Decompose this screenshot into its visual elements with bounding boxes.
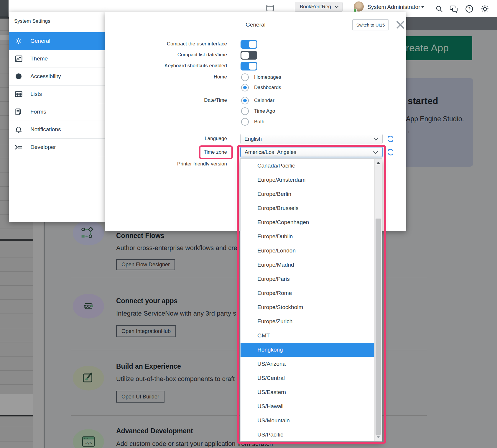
user-caret-icon[interactable] <box>421 6 424 8</box>
radio-time-ago[interactable] <box>241 107 249 115</box>
card-description: Utilize out-of-the-box components to cra… <box>116 375 235 383</box>
radio-dot <box>243 86 247 89</box>
field-label: Keyboard shortcuts enabled <box>133 63 227 69</box>
svg-text:?: ? <box>468 6 471 11</box>
sidebar-item-theme[interactable]: Theme <box>9 50 105 68</box>
radio-label: Calendar <box>254 98 274 104</box>
toggle-knob <box>249 41 256 48</box>
code-icon-glyph: </> <box>82 436 95 447</box>
flow-icon <box>73 221 104 245</box>
timezone-option[interactable]: US/Eastern <box>241 385 382 399</box>
timezone-option[interactable]: Europe/Copenhagen <box>241 215 382 229</box>
card-title: Advanced Development <box>116 427 193 435</box>
brush-icon <box>73 366 104 390</box>
gear-icon[interactable] <box>481 5 489 13</box>
toggle-knob <box>241 52 249 59</box>
system-settings-sidebar: System Settings General Theme A <box>9 12 105 222</box>
background-decor <box>0 415 33 416</box>
timezone-option[interactable]: Europe/Madrid <box>241 258 382 272</box>
radio-label: Dashboards <box>254 85 281 91</box>
timezone-option[interactable]: US/Arizona <box>241 357 382 371</box>
timezone-option[interactable]: Europe/Dublin <box>241 229 382 244</box>
timezone-option[interactable]: US/Pacific <box>241 428 382 442</box>
scroll-down-arrow-icon[interactable] <box>376 436 380 438</box>
help-icon[interactable]: ? <box>465 5 473 13</box>
timezone-option-highlighted[interactable]: Hongkong <box>241 343 382 357</box>
scroll-up-arrow-icon[interactable] <box>376 162 380 164</box>
timezone-option[interactable]: Europe/Berlin <box>241 187 382 201</box>
open-flow-designer-button[interactable]: Open Flow Designer <box>116 259 175 270</box>
radio-homepages[interactable] <box>241 73 249 81</box>
compact-list-datetime-toggle[interactable] <box>241 51 257 60</box>
card-title: Build an Experience <box>116 362 181 370</box>
timezone-option[interactable]: US/Hawaii <box>241 399 382 413</box>
circle-icon <box>15 73 22 80</box>
chat-icon[interactable] <box>450 5 458 13</box>
timezone-option[interactable]: US/Mountain <box>241 413 382 428</box>
sync-icon-glyph <box>82 300 95 312</box>
timezone-option[interactable]: Europe/Rome <box>241 286 382 300</box>
timezone-option[interactable]: Europe/Paris <box>241 272 382 286</box>
indent-icon <box>15 143 22 151</box>
app-picker-button[interactable]: BookRentReg <box>295 2 343 12</box>
open-integrationhub-button[interactable]: Open IntegrationHub <box>116 325 176 337</box>
timezone-option[interactable]: Europe/Zurich <box>241 314 382 329</box>
user-menu[interactable]: System Administrator <box>367 4 420 10</box>
sidebar-item-label: Accessibility <box>30 73 61 80</box>
card-description: Integrate ServiceNow with any 3rd party … <box>116 310 236 317</box>
background-decor <box>0 394 33 415</box>
timezone-option[interactable]: GMT <box>241 329 382 343</box>
getting-started-text: App Engine Studio. <box>406 115 464 123</box>
getting-started-text: . <box>408 126 409 134</box>
chevron-down-icon <box>335 6 339 8</box>
sidebar-item-notifications[interactable]: Notifications <box>9 121 105 139</box>
close-icon[interactable] <box>396 20 405 29</box>
svg-text:</>: </> <box>85 441 92 445</box>
table-icon <box>15 90 22 98</box>
app-picker-label: BookRentReg <box>300 4 331 10</box>
timezone-option[interactable]: Europe/Stockholm <box>241 300 382 314</box>
field-label: Time zone <box>133 149 227 155</box>
radio-calendar[interactable] <box>241 97 249 104</box>
sidebar-item-forms[interactable]: Forms <box>9 103 105 121</box>
field-label: Compact the user interface <box>133 41 227 47</box>
sidebar-item-label: Developer <box>30 144 56 150</box>
field-label: Home <box>133 74 227 80</box>
refresh-icon[interactable] <box>386 148 395 156</box>
toggle-knob <box>249 63 256 70</box>
chevron-down-icon <box>373 151 378 154</box>
timezone-option[interactable]: Europe/London <box>241 244 382 258</box>
radio-dashboards[interactable] <box>241 84 249 91</box>
timezone-option[interactable]: Canada/Pacific <box>241 159 382 173</box>
timezone-option[interactable]: Europe/Brussels <box>241 201 382 215</box>
radio-both[interactable] <box>241 118 249 126</box>
calendar-icon[interactable] <box>266 4 274 12</box>
brush-icon-glyph <box>82 372 95 384</box>
language-select[interactable]: English <box>240 134 383 144</box>
keyboard-shortcuts-toggle[interactable] <box>241 62 257 70</box>
chevron-down-icon <box>373 138 378 141</box>
timezone-option[interactable]: US/Central <box>241 371 382 385</box>
field-label: Language <box>133 136 227 142</box>
scrollbar-thumb[interactable] <box>376 219 381 435</box>
card-description: Author cross-enterprise workflows and cr… <box>116 244 237 252</box>
sidebar-item-accessibility[interactable]: Accessibility <box>9 68 105 86</box>
switch-to-ui15-button[interactable]: Switch to UI15 <box>352 19 389 30</box>
timezone-listbox: Canada/Pacific Europe/Amsterdam Europe/B… <box>240 158 382 442</box>
timezone-select[interactable]: America/Los_Angeles <box>240 147 383 157</box>
timezone-option[interactable]: Europe/Amsterdam <box>241 173 382 187</box>
page-title: General <box>197 22 315 28</box>
open-ui-builder-button[interactable]: Open UI Builder <box>116 391 164 403</box>
search-icon[interactable] <box>435 5 443 13</box>
card-title: Connect your apps <box>116 297 177 305</box>
gear-icon <box>15 37 22 45</box>
nav-corner <box>0 0 9 17</box>
sidebar-item-lists[interactable]: Lists <box>9 85 105 103</box>
sync-icon <box>73 294 104 319</box>
field-label: Date/Time <box>133 97 227 103</box>
radio-label: Homepages <box>254 74 281 80</box>
compact-ui-toggle[interactable] <box>241 40 257 49</box>
sidebar-item-developer[interactable]: Developer <box>9 138 105 156</box>
refresh-icon[interactable] <box>386 135 395 143</box>
sidebar-item-general[interactable]: General <box>9 32 105 50</box>
